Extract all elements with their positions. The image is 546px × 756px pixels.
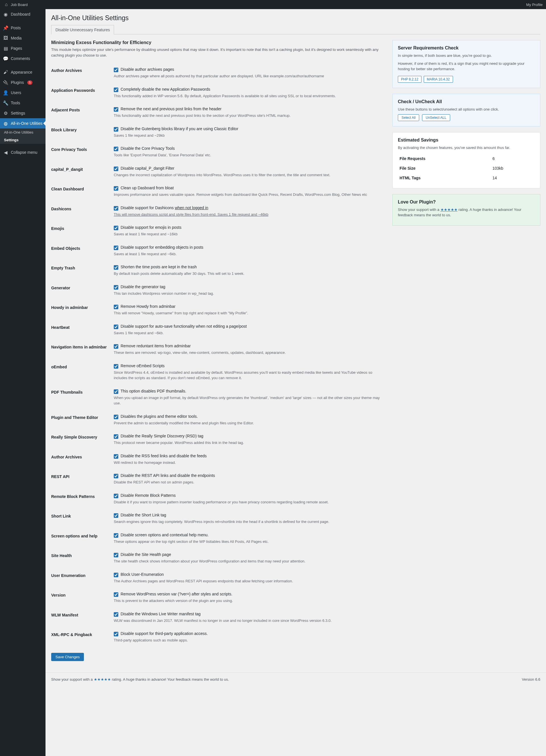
option-label: Remote Block Patterns <box>51 489 114 509</box>
menu-plugins[interactable]: 🔌Plugins5 <box>0 77 45 88</box>
option-checkbox[interactable] <box>114 494 118 498</box>
option-description: Since WordPress 4.4, oEmbed is installed… <box>114 370 387 381</box>
option-description: This tan includes Wordpress version numb… <box>114 291 387 296</box>
option-checkbox-label[interactable]: Disable the Windows Live Writer manifest… <box>121 612 200 616</box>
collapse-menu[interactable]: ◀Collapse menu <box>0 147 45 157</box>
select-all-button[interactable]: Select All <box>398 114 419 121</box>
option-checkbox[interactable] <box>114 325 118 329</box>
option-checkbox-label[interactable]: Disable the Site Health page <box>121 552 171 557</box>
menu-dashboard[interactable]: ◉Dashboard <box>0 9 45 19</box>
option-description: Changes the incorrect capitalization of … <box>114 172 387 178</box>
option-checkbox[interactable] <box>114 285 118 290</box>
option-checkbox-label[interactable]: Disable the Really Simple Discovery (RSD… <box>121 434 203 438</box>
option-checkbox-label[interactable]: Disable screen options and contextual he… <box>121 533 209 537</box>
option-checkbox[interactable] <box>114 344 118 349</box>
menu-settings[interactable]: ⚙Settings <box>0 108 45 118</box>
option-checkbox-label[interactable]: Disable the RSS feed links and disable t… <box>121 454 207 458</box>
option-label: Empty Trash <box>51 261 114 281</box>
option-checkbox-label[interactable]: Disable the Core Privacy Tools <box>121 146 174 151</box>
option-checkbox[interactable] <box>114 364 118 369</box>
media-icon: 🖾 <box>3 35 9 41</box>
option-checkbox[interactable] <box>114 305 118 309</box>
option-checkbox-label[interactable]: Disable the generator tag <box>121 284 165 289</box>
option-checkbox-label[interactable]: Remove Howdy from adminbar <box>121 304 175 309</box>
option-checkbox[interactable] <box>114 246 118 250</box>
option-checkbox[interactable] <box>114 389 118 394</box>
option-checkbox-label[interactable]: Disable support for embedding objects in… <box>121 245 203 250</box>
option-description: Tools like 'Export Personal Data', 'Eras… <box>114 152 387 158</box>
submenu-aio[interactable]: All-in-One Utilities <box>0 128 45 136</box>
submenu-settings[interactable]: Settings <box>0 136 45 144</box>
option-checkbox-label[interactable]: Remove WordPress version var (?ver=) aft… <box>121 592 232 596</box>
menu-posts[interactable]: 📌Posts <box>0 23 45 33</box>
tab-disable-features[interactable]: Disable Unnecessary Features <box>51 25 114 34</box>
rating-link[interactable]: ★★★★★ <box>441 207 458 212</box>
option-checkbox-label[interactable]: Disable capital_P_dangit Filter <box>121 166 174 171</box>
menu-comments[interactable]: 💬Comments <box>0 53 45 64</box>
stat-file-size-value: 103kb <box>491 164 534 173</box>
option-checkbox-label[interactable]: Disable the Short Link tag <box>121 513 166 517</box>
option-checkbox-label[interactable]: Disable the REST API links and disable t… <box>121 473 215 478</box>
menu-users[interactable]: 👤Users <box>0 88 45 98</box>
option-checkbox-label[interactable]: Completely disable the new Application P… <box>121 87 210 92</box>
option-checkbox[interactable] <box>114 612 118 617</box>
option-checkbox-label[interactable]: Disable author archives pages <box>121 67 174 72</box>
option-checkbox[interactable] <box>114 434 118 439</box>
stat-file-size-label: File Size <box>398 164 491 173</box>
save-button[interactable]: Save Changes <box>51 653 84 661</box>
option-checkbox[interactable] <box>114 513 118 518</box>
option-checkbox[interactable] <box>114 573 118 577</box>
option-checkbox-label[interactable]: Disable the Gutenberg blocks library if … <box>121 126 238 131</box>
option-checkbox[interactable] <box>114 592 118 597</box>
option-checkbox[interactable] <box>114 68 118 72</box>
option-checkbox-label[interactable]: Disable support for third-party applicat… <box>121 631 208 636</box>
menu-tools[interactable]: 🔧Tools <box>0 98 45 108</box>
option-checkbox[interactable] <box>114 127 118 132</box>
option-checkbox[interactable] <box>114 415 118 419</box>
option-checkbox[interactable] <box>114 533 118 538</box>
option-checkbox[interactable] <box>114 167 118 171</box>
option-label: Emojis <box>51 221 114 241</box>
site-link[interactable]: Job Board <box>11 3 28 7</box>
option-checkbox[interactable] <box>114 553 118 557</box>
stat-file-requests-label: File Requests <box>398 154 491 163</box>
option-checkbox[interactable] <box>114 186 118 191</box>
option-checkbox-label[interactable]: Clean up Dasboard from bloat <box>121 186 174 190</box>
option-checkbox-label[interactable]: Disables the plugins and theme editor to… <box>121 414 198 419</box>
option-checkbox[interactable] <box>114 206 118 211</box>
user-icon: 👤 <box>3 90 9 95</box>
option-checkbox[interactable] <box>114 454 118 459</box>
unselect-all-button[interactable]: UnSelect ALL <box>422 114 450 121</box>
option-checkbox-label[interactable]: Disable Remote Block Patterns <box>121 493 176 498</box>
menu-appearance[interactable]: 🖌Appearance <box>0 67 45 77</box>
intro-text: This module helps optimize your site's p… <box>51 47 387 58</box>
check-desc: Use these buttons to select/unselect all… <box>398 107 535 112</box>
option-checkbox-label[interactable]: Shorten the time posts are kept in the t… <box>121 265 197 269</box>
pin-icon: 📌 <box>3 25 9 31</box>
option-checkbox-label[interactable]: This option disables PDF thumbnails. <box>121 389 186 393</box>
option-label: Author Archives <box>51 63 114 83</box>
option-checkbox[interactable] <box>114 474 118 478</box>
menu-pages[interactable]: ▤Pages <box>0 43 45 53</box>
option-description: Third-party applications such as mobile … <box>114 637 387 643</box>
option-checkbox-label[interactable]: Disable support for emojis in posts <box>121 225 181 230</box>
option-checkbox[interactable] <box>114 88 118 92</box>
option-checkbox[interactable] <box>114 265 118 270</box>
option-checkbox[interactable] <box>114 226 118 230</box>
option-checkbox-label[interactable]: Disable support for Dashicons when not l… <box>121 205 208 210</box>
wrench-icon: 🔧 <box>3 100 9 106</box>
option-checkbox[interactable] <box>114 632 118 636</box>
stat-html-tags-label: HTML Tags <box>398 173 491 182</box>
option-label: oEmbed <box>51 360 114 385</box>
option-checkbox[interactable] <box>114 147 118 151</box>
option-checkbox-label[interactable]: Remove oEmbed Scripts <box>121 364 165 368</box>
option-checkbox-label[interactable]: Remove the next and previous post links … <box>121 107 221 111</box>
menu-media[interactable]: 🖾Media <box>0 33 45 43</box>
menu-aio[interactable]: ◍All-in-One Utilities <box>0 118 45 128</box>
profile-link[interactable]: My Profile <box>526 3 543 7</box>
option-checkbox-label[interactable]: Block User-Enumeration <box>121 572 164 577</box>
footer-rating-link[interactable]: ★★★★★ <box>94 677 111 682</box>
option-checkbox-label[interactable]: Disable support for auto-save functional… <box>121 324 247 329</box>
option-checkbox[interactable] <box>114 107 118 112</box>
option-checkbox-label[interactable]: Remove reduntant items from adminbar <box>121 344 191 348</box>
